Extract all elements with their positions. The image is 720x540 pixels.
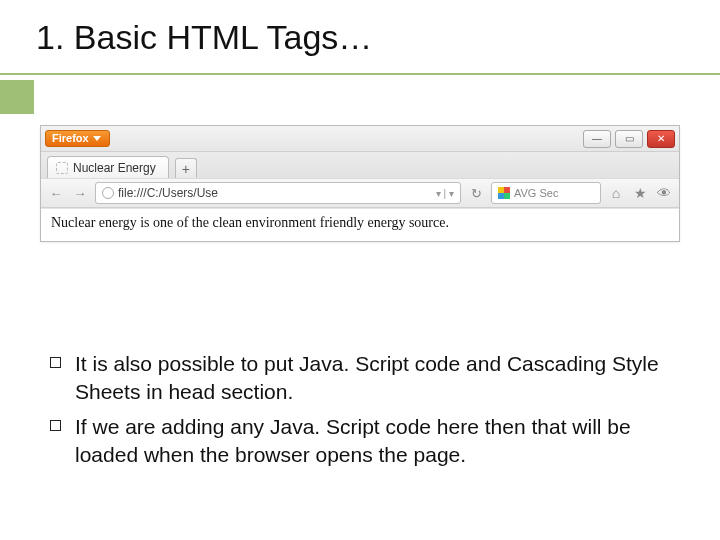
slide-title: 1. Basic HTML Tags… xyxy=(36,18,720,57)
maximize-icon: ▭ xyxy=(625,133,634,144)
tab-nuclear-energy[interactable]: Nuclear Energy xyxy=(47,156,169,178)
tab-row: Nuclear Energy + xyxy=(41,152,679,178)
browser-titlebar: Firefox — ▭ ✕ xyxy=(41,126,679,152)
reload-icon: ↻ xyxy=(471,186,482,201)
firefox-badge[interactable]: Firefox xyxy=(45,130,110,147)
maximize-button[interactable]: ▭ xyxy=(615,130,643,148)
search-input[interactable]: AVG Sec xyxy=(491,182,601,204)
plus-icon: + xyxy=(182,162,190,176)
eye-icon: 👁 xyxy=(657,185,671,201)
reader-view-button[interactable]: 👁 xyxy=(655,184,673,202)
close-icon: ✕ xyxy=(657,133,665,144)
reload-button[interactable]: ↻ xyxy=(467,184,485,202)
forward-icon: → xyxy=(74,186,87,201)
accent-block xyxy=(0,80,34,114)
address-dropdown-icon[interactable]: ▾ | ▾ xyxy=(436,188,454,199)
home-button[interactable]: ⌂ xyxy=(607,184,625,202)
browser-toolbar: ← → file:///C:/Users/Use ▾ | ▾ ↻ AVG Sec… xyxy=(41,178,679,208)
home-icon: ⌂ xyxy=(612,185,620,201)
tab-favicon-icon xyxy=(56,162,68,174)
page-text: Nuclear energy is one of the clean envir… xyxy=(51,215,449,230)
forward-button[interactable]: → xyxy=(71,184,89,202)
minimize-button[interactable]: — xyxy=(583,130,611,148)
title-rule xyxy=(0,73,720,75)
new-tab-button[interactable]: + xyxy=(175,158,197,178)
bullet-list: It is also possible to put Java. Script … xyxy=(50,350,676,477)
browser-page-content: Nuclear energy is one of the clean envir… xyxy=(41,208,679,241)
minimize-icon: — xyxy=(592,133,602,144)
close-button[interactable]: ✕ xyxy=(647,130,675,148)
address-bar[interactable]: file:///C:/Users/Use ▾ | ▾ xyxy=(95,182,461,204)
chevron-down-icon xyxy=(93,136,101,141)
list-item: It is also possible to put Java. Script … xyxy=(50,350,676,405)
bullet-icon xyxy=(50,357,61,368)
bookmark-button[interactable]: ★ xyxy=(631,184,649,202)
list-item: If we are adding any Java. Script code h… xyxy=(50,413,676,468)
title-area: 1. Basic HTML Tags… xyxy=(0,0,720,57)
bullet-text: If we are adding any Java. Script code h… xyxy=(75,413,676,468)
slide: 1. Basic HTML Tags… Firefox — ▭ ✕ Nuclea… xyxy=(0,0,720,540)
browser-window: Firefox — ▭ ✕ Nuclear Energy + xyxy=(40,125,680,242)
back-button[interactable]: ← xyxy=(47,184,65,202)
tab-label: Nuclear Energy xyxy=(73,161,156,175)
search-placeholder: AVG Sec xyxy=(514,187,558,199)
firefox-badge-label: Firefox xyxy=(52,132,89,144)
bullet-text: It is also possible to put Java. Script … xyxy=(75,350,676,405)
bullet-icon xyxy=(50,420,61,431)
avg-icon xyxy=(498,187,510,199)
address-text: file:///C:/Users/Use xyxy=(118,186,218,200)
back-icon: ← xyxy=(50,186,63,201)
globe-icon xyxy=(102,187,114,199)
bookmark-icon: ★ xyxy=(634,185,647,201)
